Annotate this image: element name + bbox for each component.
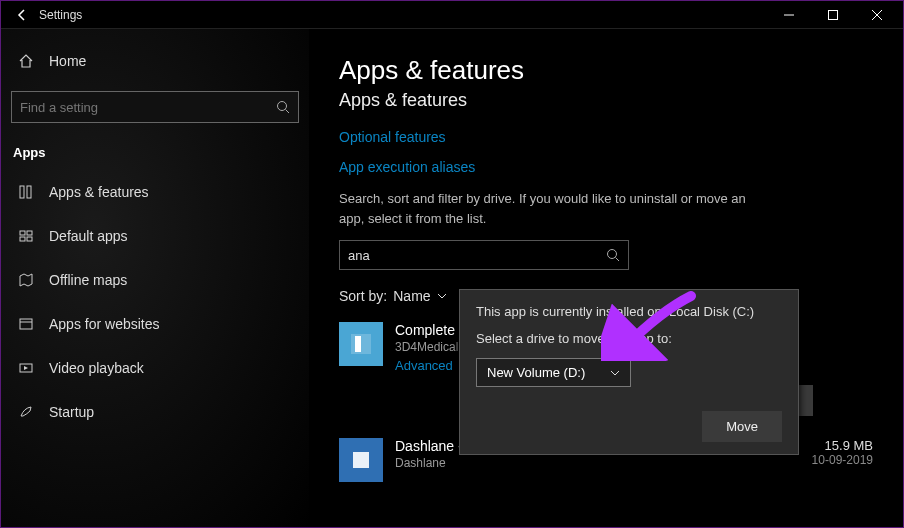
app-publisher: Dashlane [395,456,587,470]
app-tile-icon [339,438,383,482]
svg-line-16 [616,258,620,262]
sidebar-item-video-playback[interactable]: Video playback [7,350,303,386]
move-app-dialog: This app is currently installed on: Loca… [459,289,799,455]
svg-rect-9 [27,231,32,235]
search-icon [606,248,620,262]
link-optional-features[interactable]: Optional features [339,129,873,145]
sidebar-item-apps-features[interactable]: Apps & features [7,174,303,210]
app-publisher: 3D4Medical [395,340,458,354]
sidebar-item-label: Video playback [49,360,144,376]
app-name: Complete [395,322,458,338]
offline-maps-icon [17,272,35,288]
sidebar: Home Apps Apps & features Default app [1,29,309,527]
svg-rect-10 [20,237,25,241]
link-advanced-options[interactable]: Advanced [395,358,458,373]
apps-description: Search, sort and filter by drive. If you… [339,189,769,228]
app-list-search-input[interactable] [348,248,606,263]
sidebar-section-label: Apps [7,139,303,166]
dialog-move-button[interactable]: Move [702,411,782,442]
window-controls [767,1,899,29]
sidebar-item-label: Offline maps [49,272,127,288]
home-icon [17,53,35,69]
window-title: Settings [39,8,82,22]
settings-window: Settings Home [0,0,904,528]
sidebar-item-label: Startup [49,404,94,420]
startup-icon [17,404,35,420]
app-meta: 15.9 MB 10-09-2019 [812,438,873,467]
svg-point-15 [608,250,617,259]
chevron-down-icon [610,368,620,378]
svg-line-5 [286,110,290,114]
default-apps-icon [17,228,35,244]
app-date: 10-09-2019 [812,453,873,467]
svg-rect-12 [20,319,32,329]
sort-label: Sort by: [339,288,387,304]
svg-rect-11 [27,237,32,241]
link-app-execution-aliases[interactable]: App execution aliases [339,159,873,175]
svg-rect-1 [829,10,838,19]
sidebar-item-apps-for-websites[interactable]: Apps for websites [7,306,303,342]
sidebar-item-label: Apps & features [49,184,149,200]
drive-select-value: New Volume (D:) [487,365,585,380]
apps-features-icon [17,184,35,200]
sidebar-home-label: Home [49,53,86,69]
sidebar-item-label: Default apps [49,228,128,244]
svg-rect-18 [355,336,361,352]
section-title: Apps & features [339,90,873,111]
sidebar-item-label: Apps for websites [49,316,160,332]
sidebar-item-startup[interactable]: Startup [7,394,303,430]
dialog-select-prompt: Select a drive to move this app to: [476,331,782,346]
maximize-button[interactable] [811,1,855,29]
page-title: Apps & features [339,55,873,86]
svg-point-4 [278,102,287,111]
svg-rect-8 [20,231,25,235]
settings-search-input[interactable] [20,100,276,115]
svg-rect-6 [20,186,24,198]
svg-rect-19 [353,452,369,468]
search-icon [276,100,290,114]
titlebar: Settings [1,1,903,29]
chevron-down-icon [437,291,447,301]
sort-value: Name [393,288,430,304]
sidebar-home[interactable]: Home [7,45,303,77]
back-icon[interactable] [15,8,29,22]
app-size: 15.9 MB [812,438,873,453]
video-playback-icon [17,360,35,376]
drive-select[interactable]: New Volume (D:) [476,358,631,387]
sidebar-item-offline-maps[interactable]: Offline maps [7,262,303,298]
apps-websites-icon [17,316,35,332]
minimize-button[interactable] [767,1,811,29]
sidebar-item-default-apps[interactable]: Default apps [7,218,303,254]
close-button[interactable] [855,1,899,29]
app-tile-icon [339,322,383,366]
svg-rect-7 [27,186,31,198]
app-list-search[interactable] [339,240,629,270]
dialog-installed-on: This app is currently installed on: Loca… [476,304,782,319]
settings-search[interactable] [11,91,299,123]
